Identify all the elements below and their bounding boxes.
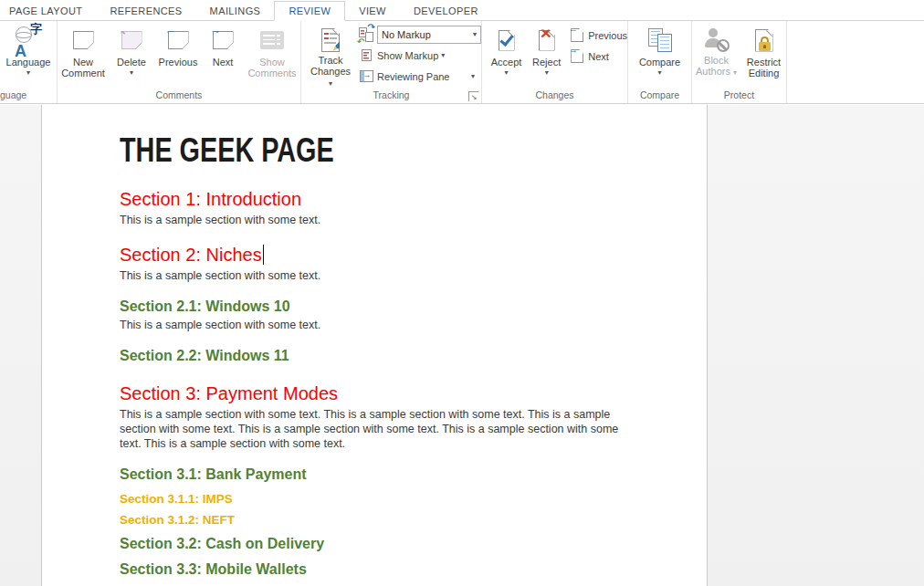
compare-button[interactable]: Compare ▾ (635, 23, 686, 76)
compare-icon (648, 28, 672, 52)
ribbon-group-comments: * New Comment × Delete ▾ ← Previous (58, 21, 301, 103)
show-comments-icon (260, 31, 284, 49)
show-markup-button[interactable]: Show Markup ▾ (358, 47, 481, 64)
dropdown-arrow-icon: ▾ (473, 30, 477, 38)
next-change-icon: → (571, 49, 583, 63)
ribbon: 字 A Language ▾ guage * New Comment (0, 21, 924, 104)
group-label-language: guage (0, 89, 57, 103)
doc-block-h3[interactable]: Section 3.1.2: NEFT (120, 513, 626, 528)
next-comment-button[interactable]: → Next (205, 23, 240, 68)
doc-block-body[interactable]: This is a sample section with some text. (120, 318, 626, 332)
doc-block-body[interactable]: This is a sample section with some text.… (120, 407, 626, 451)
ribbon-group-changes: Accept ▾ × Reject ▾ ← Previous (482, 21, 628, 103)
dropdown-arrow-icon: ▾ (545, 69, 549, 76)
next-change-button[interactable]: → Next (569, 47, 627, 65)
display-for-review-row: ↷↶ No Markup ▾ (358, 26, 481, 43)
doc-block-h2[interactable]: Section 3.2: Cash on Delivery (120, 535, 626, 552)
doc-block-h3[interactable]: Section 3.1.1: IMPS (120, 492, 626, 507)
ribbon-group-tracking: Track Changes ▾ ↷↶ No Markup ▾ (301, 21, 482, 103)
show-comments-button[interactable]: Show Comments (246, 23, 299, 78)
next-comment-icon: → (213, 31, 234, 49)
restrict-editing-button[interactable]: Restrict Editing (743, 23, 785, 78)
reject-button[interactable]: × Reject ▾ (530, 23, 563, 76)
dropdown-arrow-icon: ▾ (657, 69, 661, 76)
previous-change-icon: ← (571, 28, 583, 42)
group-label-comments: Comments (58, 89, 300, 103)
tab-references[interactable]: REFERENCES (96, 2, 195, 20)
display-for-review-select[interactable]: No Markup ▾ (377, 26, 481, 44)
group-label-compare: Compare (628, 89, 691, 103)
dropdown-arrow-icon: ▾ (505, 69, 509, 76)
doc-block-h1[interactable]: Section 1: Introduction (120, 188, 626, 210)
tab-view[interactable]: VIEW (345, 2, 400, 20)
reviewing-pane-icon: → (360, 70, 373, 82)
doc-block-h2[interactable]: Section 2.1: Windows 10 (120, 298, 626, 315)
display-for-review-icon: ↷↶ (359, 27, 373, 42)
dropdown-arrow-icon: ▾ (441, 51, 445, 59)
ribbon-group-protect: Block Authors ▾ Restrict Editing Protect (692, 21, 787, 103)
tab-mailings[interactable]: MAILINGS (196, 2, 275, 20)
tab-developer[interactable]: DEVELOPER (400, 2, 492, 20)
group-label-tracking: Tracking (301, 89, 481, 103)
previous-comment-icon: ← (168, 31, 189, 49)
restrict-editing-icon (755, 29, 773, 52)
doc-block-body[interactable]: This is a sample section with some text. (120, 268, 626, 283)
tab-review[interactable]: REVIEW (274, 1, 345, 21)
ribbon-empty-space (787, 21, 924, 103)
dropdown-arrow-icon: ▾ (733, 68, 737, 77)
document-page-content: THE GEEK PAGESection 1: IntroductionThis… (120, 135, 626, 578)
doc-block-body[interactable]: This is a sample section with some text. (120, 213, 626, 227)
accept-icon (499, 30, 515, 51)
document-area: THE GEEK PAGESection 1: IntroductionThis… (0, 105, 924, 586)
dropdown-arrow-icon: ▾ (329, 79, 332, 88)
doc-block-h2[interactable]: Section 3.1: Bank Payment (120, 466, 626, 483)
delete-comment-button[interactable]: × Delete ▾ (112, 23, 151, 76)
doc-block-h2[interactable]: Section 2.2: Windows 11 (120, 347, 626, 364)
new-comment-icon: * (73, 31, 94, 49)
reject-icon: × (539, 30, 555, 51)
previous-change-button[interactable]: ← Previous (569, 26, 627, 44)
ribbon-group-compare: Compare ▾ Compare (628, 21, 692, 103)
document-page[interactable]: THE GEEK PAGESection 1: IntroductionThis… (41, 105, 708, 586)
dropdown-arrow-icon: ▾ (130, 69, 133, 76)
word-window: PAGE LAYOUT REFERENCES MAILINGS REVIEW V… (0, 0, 924, 586)
dropdown-arrow-icon: ▾ (26, 69, 30, 76)
previous-comment-button[interactable]: ← Previous (156, 23, 200, 68)
doc-block-h2[interactable]: Section 3.3: Mobile Wallets (120, 560, 626, 578)
track-changes-icon (321, 28, 340, 52)
tracking-dialog-launcher[interactable]: ↘ (468, 91, 478, 101)
ribbon-group-language: 字 A Language ▾ guage (0, 21, 58, 103)
new-comment-button[interactable]: * New Comment (59, 23, 107, 78)
text-cursor (263, 245, 265, 265)
show-markup-icon (362, 49, 372, 61)
block-authors-button[interactable]: Block Authors ▾ (694, 23, 740, 78)
doc-block-h1[interactable]: Section 2: Niches (120, 244, 626, 266)
reviewing-pane-button[interactable]: → Reviewing Pane ▾ (358, 68, 475, 85)
delete-comment-icon: × (121, 31, 142, 49)
doc-block-title[interactable]: THE GEEK PAGE (120, 135, 525, 166)
tab-page-layout[interactable]: PAGE LAYOUT (0, 2, 96, 20)
track-changes-button[interactable]: Track Changes ▾ (309, 23, 352, 89)
group-label-protect: Protect (692, 89, 786, 103)
group-label-changes: Changes (482, 89, 627, 103)
accept-button[interactable]: Accept ▾ (488, 23, 524, 76)
dropdown-arrow-icon: ▾ (471, 72, 475, 80)
language-button[interactable]: 字 A Language ▾ (6, 23, 51, 76)
doc-block-h1[interactable]: Section 3: Payment Modes (120, 382, 626, 404)
language-globe-icon: 字 A (14, 26, 43, 54)
block-authors-icon (704, 28, 730, 52)
ribbon-tab-bar: PAGE LAYOUT REFERENCES MAILINGS REVIEW V… (0, 0, 924, 21)
